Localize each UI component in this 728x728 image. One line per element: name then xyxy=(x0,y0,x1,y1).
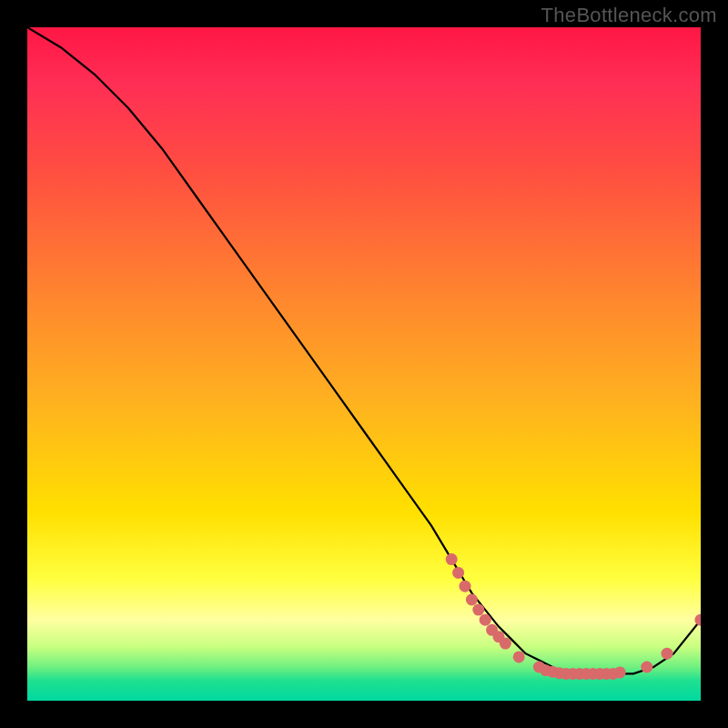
data-marker xyxy=(614,666,626,678)
data-marker xyxy=(641,662,652,673)
data-marker xyxy=(472,604,484,616)
data-marker xyxy=(500,638,511,650)
watermark-label: TheBottleneck.com xyxy=(541,4,717,27)
data-marker xyxy=(452,567,464,579)
data-marker xyxy=(513,651,525,662)
data-marker xyxy=(446,553,458,565)
chart-frame: TheBottleneck.com xyxy=(0,0,728,728)
data-marker xyxy=(480,614,491,626)
plot-area xyxy=(27,27,701,701)
bottleneck-curve xyxy=(27,27,701,673)
data-marker xyxy=(460,581,471,592)
curve-layer xyxy=(27,27,701,701)
data-marker xyxy=(466,594,478,606)
data-marker xyxy=(695,614,702,626)
data-marker xyxy=(662,648,673,660)
